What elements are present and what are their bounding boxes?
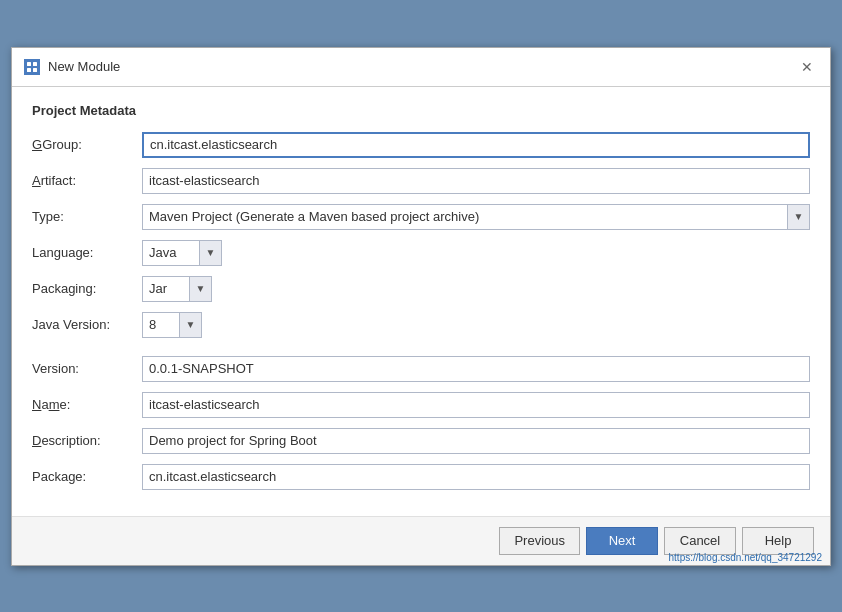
description-input[interactable] [142,428,810,454]
java-version-label: Java Version: [32,317,142,332]
type-select-value: Maven Project (Generate a Maven based pr… [143,207,787,226]
java-version-select-value: 8 [143,315,179,334]
artifact-row: Artifact: [32,168,810,194]
java-version-select[interactable]: 8 ▼ [142,312,202,338]
package-label: Package: [32,469,142,484]
dialog-title: New Module [48,59,120,74]
title-bar-left: New Module [24,59,120,75]
version-input[interactable] [142,356,810,382]
language-select-value: Java [143,243,199,262]
language-dropdown-arrow[interactable]: ▼ [199,241,221,265]
group-label: GGroup: [32,137,142,152]
dialog-body: Project Metadata GGroup: Artifact: Type:… [12,87,830,516]
artifact-input[interactable] [142,168,810,194]
svg-rect-1 [27,62,31,66]
svg-rect-2 [33,62,37,66]
group-input[interactable] [142,132,810,158]
packaging-select-value: Jar [143,279,189,298]
packaging-row: Packaging: Jar ▼ [32,276,810,302]
java-version-row: Java Version: 8 ▼ [32,312,810,338]
group-row: GGroup: [32,132,810,158]
title-bar: New Module ✕ [12,48,830,87]
type-select[interactable]: Maven Project (Generate a Maven based pr… [142,204,810,230]
java-version-dropdown-arrow[interactable]: ▼ [179,313,201,337]
next-button[interactable]: Next [586,527,658,555]
previous-button[interactable]: Previous [499,527,580,555]
name-label: Name: [32,397,142,412]
cancel-button[interactable]: Cancel [664,527,736,555]
svg-rect-3 [27,68,31,72]
language-select[interactable]: Java ▼ [142,240,222,266]
help-button[interactable]: Help [742,527,814,555]
package-row: Package: [32,464,810,490]
version-label: Version: [32,361,142,376]
name-input[interactable] [142,392,810,418]
new-module-dialog: New Module ✕ Project Metadata GGroup: Ar… [11,47,831,566]
type-dropdown-arrow[interactable]: ▼ [787,205,809,229]
name-row: Name: [32,392,810,418]
section-title: Project Metadata [32,103,810,118]
svg-rect-4 [33,68,37,72]
package-input[interactable] [142,464,810,490]
svg-rect-0 [25,60,39,74]
type-row: Type: Maven Project (Generate a Maven ba… [32,204,810,230]
watermark-link: https://blog.csdn.net/qq_34721292 [669,552,822,563]
artifact-label: Artifact: [32,173,142,188]
dialog-footer: Previous Next Cancel Help https://blog.c… [12,516,830,565]
description-label: Description: [32,433,142,448]
packaging-label: Packaging: [32,281,142,296]
packaging-select[interactable]: Jar ▼ [142,276,212,302]
packaging-dropdown-arrow[interactable]: ▼ [189,277,211,301]
type-label: Type: [32,209,142,224]
language-row: Language: Java ▼ [32,240,810,266]
close-button[interactable]: ✕ [796,56,818,78]
module-icon [24,59,40,75]
version-row: Version: [32,356,810,382]
language-label: Language: [32,245,142,260]
description-row: Description: [32,428,810,454]
